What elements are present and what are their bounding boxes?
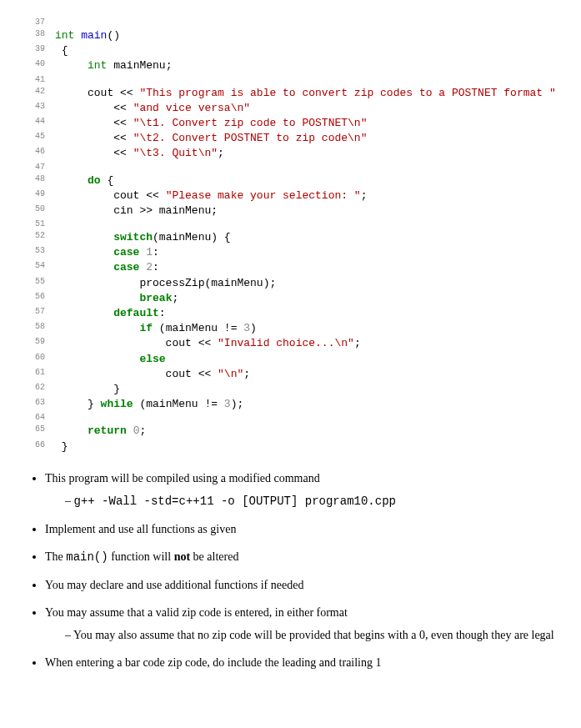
bullet-text: When entering a bar code zip code, do in…	[45, 656, 382, 669]
line-number: 54	[25, 260, 45, 275]
bullet-implement: Implement and use all functions as given	[45, 520, 556, 538]
code-line: 61 cout << "\n";	[25, 367, 556, 382]
code-line: 39 {	[25, 43, 556, 58]
code-line: 40 int mainMenu;	[25, 58, 556, 73]
code-line: 59 cout << "Invalid choice...\n";	[25, 336, 556, 351]
text-pre: The	[45, 550, 66, 563]
line-number: 62	[25, 382, 45, 397]
code-line: 44 << "\t1. Convert zip code to POSTNET\…	[25, 116, 556, 131]
bullet-compile: This program will be compiled using a mo…	[45, 469, 556, 510]
compile-command: g++ -Wall -std=c++11 -o [OUTPUT] program…	[74, 495, 396, 508]
line-number: 53	[25, 245, 45, 260]
text-post: be altered	[190, 550, 238, 563]
line-number: 55	[25, 276, 45, 291]
line-number: 38	[25, 28, 45, 43]
code-line: 42 cout << "This program is able to conv…	[25, 86, 556, 101]
code-listing: 3738int main()39 {40 int mainMenu;4142 c…	[25, 17, 556, 454]
bullet-additional-functions: You may declare and use additional funct…	[45, 576, 556, 594]
code-content: int mainMenu;	[55, 58, 172, 73]
code-line: 55 processZip(mainMenu);	[25, 276, 556, 291]
code-content: << "and vice versa\n"	[55, 101, 250, 116]
code-content: switch(mainMenu) {	[55, 230, 231, 245]
line-number: 66	[25, 439, 45, 454]
line-number: 59	[25, 336, 45, 351]
code-line: 50 cin >> mainMenu;	[25, 203, 556, 218]
code-line: 47	[25, 162, 556, 173]
notes-section: This program will be compiled using a mo…	[25, 469, 556, 671]
code-content: do {	[55, 173, 113, 188]
code-content: << "\t3. Quit\n";	[55, 146, 224, 161]
line-number: 42	[25, 86, 45, 101]
code-content: }	[55, 382, 120, 397]
line-number: 52	[25, 230, 45, 245]
code-line: 56 break;	[25, 291, 556, 306]
code-content: cout << "Invalid choice...\n";	[55, 336, 361, 351]
text-mid: function will	[108, 550, 174, 563]
bullet-text: You may declare and use additional funct…	[45, 579, 303, 591]
code-line: 62 }	[25, 382, 556, 397]
line-number: 46	[25, 146, 45, 161]
line-number: 47	[25, 162, 45, 173]
code-line: 41	[25, 74, 556, 86]
code-content: break;	[55, 291, 178, 306]
code-line: 48 do {	[25, 173, 556, 188]
line-number: 63	[25, 397, 45, 412]
code-line: 51	[25, 218, 556, 230]
code-content: } while (mainMenu != 3);	[55, 397, 243, 412]
line-number: 57	[25, 306, 45, 321]
code-content: {	[55, 43, 68, 58]
line-number: 48	[25, 173, 45, 188]
bullet-text: You may assume that a valid zip code is …	[45, 606, 348, 619]
code-content: processZip(mainMenu);	[55, 276, 276, 291]
line-number: 64	[25, 412, 45, 424]
line-number: 44	[25, 116, 45, 131]
code-content: return 0;	[55, 424, 146, 439]
code-line: 52 switch(mainMenu) {	[25, 230, 556, 245]
code-content: << "\t2. Convert POSTNET to zip code\n"	[55, 131, 367, 146]
code-content: cin >> mainMenu;	[55, 203, 218, 218]
line-number: 65	[25, 424, 45, 439]
code-line: 64	[25, 412, 556, 424]
line-number: 45	[25, 131, 45, 146]
code-line: 58 if (mainMenu != 3)	[25, 321, 556, 336]
code-line: 60 else	[25, 352, 556, 367]
line-number: 43	[25, 101, 45, 116]
code-line: 37	[25, 17, 556, 28]
line-number: 37	[25, 17, 45, 28]
code-line: 54 case 2:	[25, 260, 556, 275]
bullet-valid-zip: You may assume that a valid zip code is …	[45, 604, 556, 644]
line-number: 60	[25, 352, 45, 367]
code-content: default:	[55, 306, 166, 321]
line-number: 56	[25, 291, 45, 306]
bullet-text: This program will be compiled using a mo…	[45, 472, 320, 484]
line-number: 58	[25, 321, 45, 336]
line-number: 49	[25, 188, 45, 203]
code-line: 53 case 1:	[25, 245, 556, 260]
code-content: cout << "Please make your selection: ";	[55, 188, 367, 203]
line-number: 50	[25, 203, 45, 218]
text-bold: not	[174, 550, 190, 563]
line-number: 41	[25, 74, 45, 86]
main-code: main()	[66, 550, 108, 564]
code-content: else	[55, 352, 166, 367]
line-number: 61	[25, 367, 45, 382]
code-line: 46 << "\t3. Quit\n";	[25, 146, 556, 161]
line-number: 51	[25, 218, 45, 230]
code-content: << "\t1. Convert zip code to POSTNET\n"	[55, 116, 367, 131]
code-line: 63 } while (mainMenu != 3);	[25, 397, 556, 412]
line-number: 39	[25, 43, 45, 58]
bullet-barcode: When entering a bar code zip code, do in…	[45, 654, 556, 671]
code-content: case 2:	[55, 260, 159, 275]
line-number: 40	[25, 58, 45, 73]
bullet-text: Implement and use all functions as given	[45, 523, 236, 535]
code-content: cout << "\n";	[55, 367, 250, 382]
code-content: if (mainMenu != 3)	[55, 321, 257, 336]
sub-bullet-zero: You may also assume that no zip code wil…	[65, 626, 556, 644]
code-line: 38int main()	[25, 28, 556, 43]
code-content: }	[55, 439, 68, 454]
code-content: cout << "This program is able to convert…	[55, 86, 556, 101]
code-line: 65 return 0;	[25, 424, 556, 439]
code-line: 49 cout << "Please make your selection: …	[25, 188, 556, 203]
code-line: 45 << "\t2. Convert POSTNET to zip code\…	[25, 131, 556, 146]
bullet-text: You may also assume that no zip code wil…	[73, 629, 554, 641]
